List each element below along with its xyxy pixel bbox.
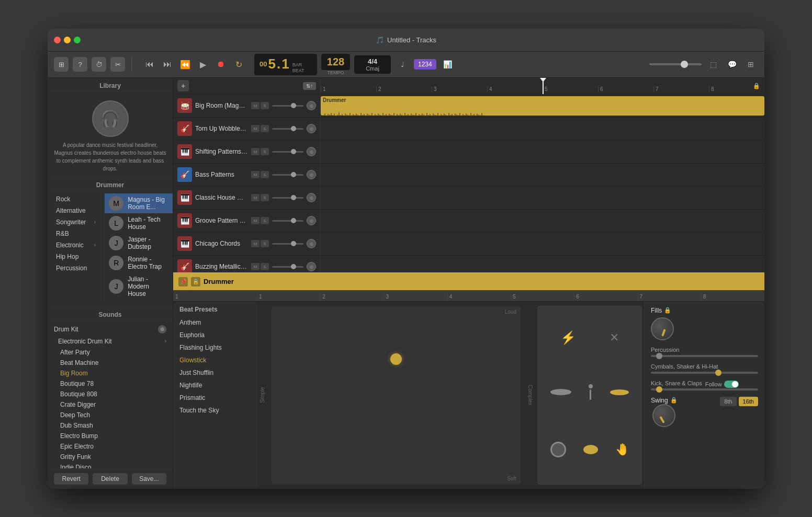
volume-slider-4[interactable]	[272, 197, 303, 199]
volume-slider-1[interactable]	[272, 128, 303, 130]
mute-button-7[interactable]: M	[251, 263, 260, 270]
track-content-4[interactable]	[321, 187, 764, 209]
hand-clap-icon[interactable]: 🤚	[615, 443, 629, 456]
sound-after-party[interactable]: After Party	[48, 347, 173, 358]
volume-thumb-1[interactable]	[291, 126, 296, 131]
revert-button[interactable]: Revert	[54, 473, 88, 485]
add-track-button[interactable]: +	[177, 80, 189, 91]
tempo-display[interactable]: 128 TEMPO	[321, 54, 350, 75]
kick-slider[interactable]	[651, 388, 758, 390]
add-drum-kit-btn[interactable]: ⊕	[158, 325, 166, 334]
mute-button-6[interactable]: M	[251, 240, 260, 247]
editor-pin-button[interactable]: 📌	[178, 277, 188, 286]
minimize-button[interactable]	[64, 37, 71, 43]
preset-anthem[interactable]: Anthem	[173, 316, 256, 329]
master-volume-slider[interactable]	[649, 63, 702, 65]
sound-deep-tech[interactable]: Deep Tech	[48, 410, 173, 420]
sound-boutique-78[interactable]: Boutique 78	[48, 378, 173, 389]
mute-button-3[interactable]: M	[251, 171, 260, 178]
pad-grid[interactable]: Loud Soft	[272, 306, 521, 485]
fills-knob[interactable]	[651, 317, 674, 340]
sound-boutique-808[interactable]: Boutique 808	[48, 389, 173, 399]
solo-button-2[interactable]: S	[261, 148, 269, 155]
solo-button-6[interactable]: S	[261, 240, 269, 247]
volume-slider-3[interactable]	[272, 174, 303, 176]
volume-thumb-5[interactable]	[291, 218, 296, 223]
solo-button-4[interactable]: S	[261, 194, 269, 201]
volume-thumb-0[interactable]	[291, 103, 296, 108]
track-content-1[interactable]	[321, 118, 764, 140]
cymbal-1-icon[interactable]	[550, 389, 571, 395]
solo-button-0[interactable]: S	[261, 102, 269, 109]
sound-indie-disco[interactable]: Indie Disco	[48, 462, 173, 468]
solo-button-7[interactable]: S	[261, 263, 269, 270]
time-sig-display[interactable]: 4/4 Cmaj	[354, 55, 391, 74]
follow-switch[interactable]	[724, 381, 739, 388]
drummer-magnus[interactable]: M Magnus - Big Room E...	[105, 193, 173, 213]
play-button[interactable]: ▶	[196, 57, 210, 72]
lightning-icon[interactable]: ⚡	[560, 330, 576, 345]
preset-glowstick[interactable]: Glowstick	[173, 354, 256, 366]
volume-slider-6[interactable]	[272, 243, 303, 245]
preset-flashing-lights[interactable]: Flashing Lights	[173, 341, 256, 354]
volume-thumb-4[interactable]	[291, 195, 296, 200]
sound-crate-digger[interactable]: Crate Digger	[48, 399, 173, 410]
volume-slider-2[interactable]	[272, 151, 303, 153]
mute-button-1[interactable]: M	[251, 125, 260, 132]
pan-knob-7[interactable]: ◎	[307, 262, 316, 271]
category-hiphop[interactable]: Hip Hop	[48, 251, 104, 262]
category-electronic[interactable]: Electronic›	[48, 239, 104, 251]
pan-knob-6[interactable]: ◎	[307, 239, 316, 248]
close-button[interactable]	[54, 37, 61, 43]
track-content-7[interactable]	[321, 256, 764, 272]
cross-icon[interactable]: ✕	[610, 331, 619, 344]
volume-thumb-6[interactable]	[291, 241, 296, 246]
kick-drum-icon[interactable]	[550, 442, 566, 457]
swing-knob[interactable]	[652, 404, 675, 427]
sound-beat-machine[interactable]: Beat Machine	[48, 358, 173, 368]
follow-toggle[interactable]: Follow	[705, 381, 739, 388]
category-alternative[interactable]: Alternative	[48, 205, 104, 216]
mute-button-4[interactable]: M	[251, 194, 260, 201]
note-8th-button[interactable]: 8th	[720, 397, 736, 406]
snare-icon[interactable]	[583, 445, 598, 454]
volume-slider-0[interactable]	[272, 105, 303, 107]
track-content-2[interactable]	[321, 141, 764, 163]
sounds-drum-kit[interactable]: Drum Kit ⊕	[48, 323, 173, 336]
pan-knob-2[interactable]: ◎	[307, 147, 316, 156]
sound-gritty-funk[interactable]: Gritty Funk	[48, 452, 173, 462]
pan-knob-4[interactable]: ◎	[307, 193, 316, 202]
pan-knob-5[interactable]: ◎	[307, 216, 316, 225]
preset-just-shufflin[interactable]: Just Shufflin	[173, 366, 256, 379]
library-button[interactable]: ⊞	[54, 57, 69, 72]
skip-back-button[interactable]: ⏪	[178, 57, 193, 72]
sound-big-room[interactable]: Big Room	[48, 368, 173, 378]
mixer-button[interactable]: ⊞	[743, 57, 758, 72]
category-rock[interactable]: Rock	[48, 193, 104, 205]
percussion-thumb[interactable]	[656, 353, 662, 359]
help-button[interactable]: ?	[73, 57, 87, 72]
kick-thumb[interactable]	[656, 386, 662, 393]
bounce-button[interactable]: ⬚	[706, 57, 720, 72]
drummer-region[interactable]: Drummer // generate waveform bars inline…	[321, 96, 764, 116]
sound-epic-electro[interactable]: Epic Electro	[48, 441, 173, 452]
scissors-button[interactable]: ✂	[110, 57, 125, 72]
drummer-ronnie[interactable]: R Ronnie - Electro Trap	[105, 253, 173, 273]
track-content-5[interactable]	[321, 210, 764, 232]
save-button[interactable]: Save...	[132, 473, 166, 485]
volume-slider-5[interactable]	[272, 220, 303, 222]
pan-knob-1[interactable]: ◎	[307, 124, 316, 133]
sound-dub-smash[interactable]: Dub Smash	[48, 420, 173, 431]
note-16th-button[interactable]: 16th	[739, 397, 758, 406]
cymbals-thumb[interactable]	[715, 370, 721, 376]
pad-dot[interactable]	[390, 353, 402, 365]
pan-knob-0[interactable]: ◎	[307, 101, 316, 110]
category-rnb[interactable]: R&B	[48, 228, 104, 239]
fast-forward-button[interactable]: ⏭	[160, 57, 175, 72]
track-content-0[interactable]: Drummer // generate waveform bars inline…	[321, 95, 764, 117]
master-volume-thumb[interactable]	[681, 61, 688, 68]
delete-button[interactable]: Delete	[93, 473, 127, 485]
preset-prismatic[interactable]: Prismatic	[173, 392, 256, 404]
smart-tempo-button[interactable]: 1234	[414, 59, 436, 70]
solo-button-5[interactable]: S	[261, 217, 269, 224]
